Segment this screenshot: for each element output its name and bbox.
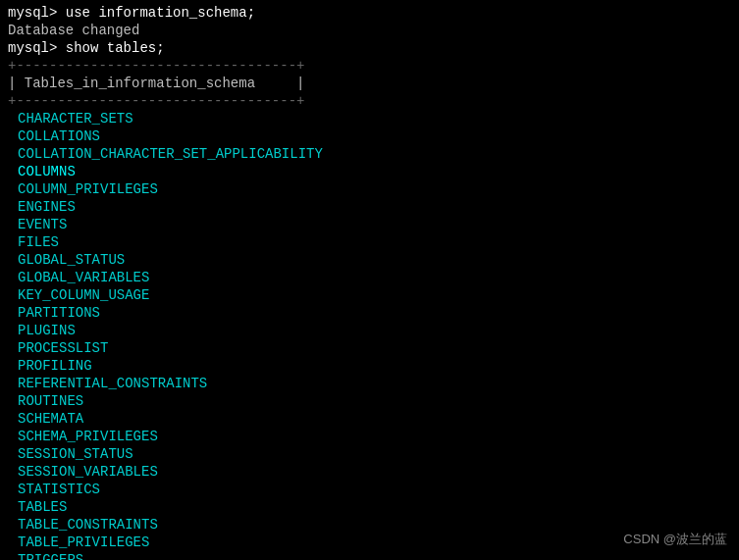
table-item: COLUMNS	[0, 163, 739, 180]
table-item: ROUTINES	[0, 392, 739, 410]
table-item: PLUGINS	[0, 322, 739, 339]
table-item: TABLES	[0, 498, 739, 516]
terminal-window: mysql> use information_schema; Database …	[0, 0, 739, 560]
table-item: PARTITIONS	[0, 304, 739, 322]
table-rows-container: CHARACTER_SETSCOLLATIONSCOLLATION_CHARAC…	[0, 110, 739, 560]
table-item: REFERENTIAL_CONSTRAINTS	[0, 375, 739, 392]
table-header: | Tables_in_information_schema |	[0, 75, 739, 92]
table-item: STATISTICS	[0, 481, 739, 498]
table-item: COLLATIONS	[0, 127, 739, 145]
table-item: KEY_COLUMN_USAGE	[0, 286, 739, 304]
table-item: FILES	[0, 233, 739, 251]
table-item: GLOBAL_VARIABLES	[0, 269, 739, 286]
table-item: TRIGGERS	[0, 551, 739, 560]
table-item: PROCESSLIST	[0, 339, 739, 357]
separator-top: +----------------------------------+	[0, 57, 739, 75]
table-item: COLLATION_CHARACTER_SET_APPLICABILITY	[0, 145, 739, 163]
table-item: SCHEMA_PRIVILEGES	[0, 428, 739, 445]
table-item: COLUMN_PRIVILEGES	[0, 180, 739, 198]
table-item: GLOBAL_STATUS	[0, 251, 739, 269]
command-line-2: mysql> show tables;	[0, 39, 739, 57]
table-item: ENGINES	[0, 198, 739, 216]
table-item: EVENTS	[0, 216, 739, 233]
table-item: SESSION_STATUS	[0, 445, 739, 463]
table-item: CHARACTER_SETS	[0, 110, 739, 127]
table-item: SCHEMATA	[0, 410, 739, 428]
table-item: SESSION_VARIABLES	[0, 463, 739, 481]
separator-mid: +----------------------------------+	[0, 92, 739, 110]
table-item: PROFILING	[0, 357, 739, 375]
output-line-1: Database changed	[0, 22, 739, 39]
watermark: CSDN @波兰的蓝	[623, 531, 727, 548]
command-line-1: mysql> use information_schema;	[0, 4, 739, 22]
